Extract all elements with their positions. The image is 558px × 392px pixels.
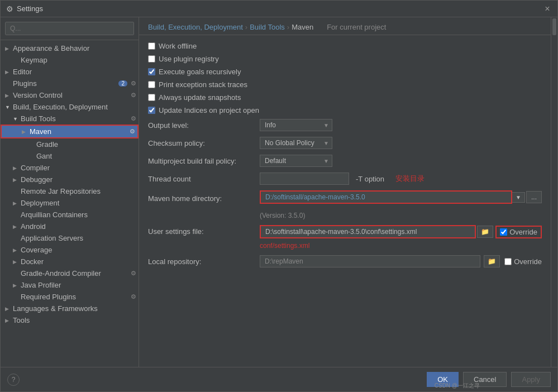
checkbox-print-exception: Print exception stack traces: [148, 80, 542, 89]
search-input[interactable]: [5, 22, 134, 35]
help-button[interactable]: ?: [7, 374, 20, 386]
gear-icon: ⚙: [131, 270, 136, 277]
settings-annotation-label: conf/settings.xml: [260, 242, 309, 250]
local-repo-browse-button[interactable]: 📁: [484, 255, 500, 267]
maven-home-input[interactable]: [260, 190, 512, 204]
checkbox-work-offline: Work offline: [148, 42, 542, 50]
update-indices-label[interactable]: Update Indices on project open: [159, 106, 259, 114]
sidebar-item-coverage[interactable]: ▶ Coverage: [1, 244, 139, 256]
close-button[interactable]: ×: [543, 4, 552, 13]
checksum-policy-row: Checksum policy: No Global Policy Fail W…: [148, 137, 542, 149]
local-repo-override-label[interactable]: Override: [514, 257, 542, 266]
arrow-icon: ▼: [13, 116, 21, 122]
sidebar-item-label: Coverage: [21, 246, 139, 254]
breadcrumb-part-2[interactable]: Build Tools: [250, 23, 285, 31]
sidebar-item-app-servers[interactable]: Application Servers: [1, 232, 139, 244]
gear-icon: ⚙: [131, 92, 136, 99]
sidebar-item-gradle-android[interactable]: Gradle-Android Compiler ⚙: [1, 267, 139, 279]
sidebar-item-label: Tools: [13, 316, 139, 324]
sidebar-item-deployment[interactable]: ▶ Deployment: [1, 197, 139, 209]
sidebar-item-android[interactable]: ▶ Android: [1, 221, 139, 232]
sidebar-item-java-profiler[interactable]: ▶ Java Profiler: [1, 279, 139, 291]
execute-goals-label[interactable]: Execute goals recursively: [159, 68, 241, 76]
user-settings-control: 📁 Override conf/settings.xml: [260, 225, 542, 250]
thread-count-row: Thread count -T option 安装目录: [148, 173, 542, 185]
user-settings-row: User settings file: 📁 Override conf/sett…: [148, 225, 542, 250]
sidebar: ▶ Appearance & Behavior Keymap ▶ Editor …: [1, 17, 139, 367]
user-settings-input[interactable]: [260, 225, 476, 238]
breadcrumb-part-1[interactable]: Build, Execution, Deployment: [148, 23, 243, 31]
checksum-policy-select[interactable]: No Global Policy Fail Warn Ignore: [260, 137, 332, 149]
use-plugin-checkbox[interactable]: [148, 55, 155, 63]
sidebar-item-required-plugins[interactable]: Required Plugins ⚙: [1, 291, 139, 303]
checkbox-always-update: Always update snapshots: [148, 93, 542, 102]
gear-icon: ⚙: [131, 115, 136, 122]
arrow-icon: ▶: [13, 259, 21, 265]
print-exception-checkbox[interactable]: [148, 81, 155, 88]
for-current-project: For current project: [327, 23, 386, 31]
local-repo-override-checkbox[interactable]: [504, 258, 512, 265]
local-repo-label: Local repository:: [148, 257, 260, 266]
local-repo-control: 📁 Override: [260, 255, 542, 267]
sidebar-item-label: Remote Jar Repositories: [21, 187, 139, 195]
user-settings-override-checkbox[interactable]: [500, 228, 507, 236]
sidebar-item-appearance[interactable]: ▶ Appearance & Behavior: [1, 42, 139, 54]
sidebar-item-languages[interactable]: ▶ Languages & Frameworks: [1, 303, 139, 314]
arrow-icon: ▶: [13, 177, 21, 183]
always-update-label[interactable]: Always update snapshots: [159, 93, 241, 102]
output-level-label: Output level:: [148, 121, 260, 130]
use-plugin-label[interactable]: Use plugin registry: [159, 55, 219, 63]
sidebar-item-build-tools[interactable]: ▼ Build Tools ⚙: [1, 113, 139, 125]
multiproject-policy-select[interactable]: Default Fail At End Never: [260, 155, 332, 167]
arrow-icon: ▶: [5, 318, 13, 323]
sidebar-item-version-control[interactable]: ▶ Version Control ⚙: [1, 89, 139, 101]
sidebar-item-remote-jar[interactable]: Remote Jar Repositories: [1, 185, 139, 197]
local-repo-row: Local repository: 📁 Override: [148, 255, 542, 267]
ok-button[interactable]: OK: [427, 372, 459, 387]
sidebar-item-label: Arquillian Containers: [21, 211, 139, 219]
sidebar-item-keymap[interactable]: Keymap: [1, 54, 139, 66]
apply-button[interactable]: Apply: [511, 372, 551, 387]
sidebar-item-label: Version Control: [13, 91, 131, 99]
output-level-row: Output level: Info Debug Warning Error ▼: [148, 119, 542, 131]
sidebar-item-arquillian[interactable]: Arquillian Containers: [1, 209, 139, 221]
work-offline-checkbox[interactable]: [148, 42, 155, 50]
arrow-icon: ▶: [5, 69, 13, 75]
main-content: ▶ Appearance & Behavior Keymap ▶ Editor …: [1, 17, 557, 367]
execute-goals-checkbox[interactable]: [148, 68, 155, 75]
sidebar-item-plugins[interactable]: Plugins 2 ⚙: [1, 78, 139, 89]
t-option-label: -T option: [356, 175, 384, 183]
multiproject-policy-label: Multiproject build fail policy:: [148, 157, 260, 165]
sidebar-item-maven[interactable]: ▶ Maven ⚙: [1, 125, 139, 138]
update-indices-checkbox[interactable]: [148, 107, 155, 114]
sidebar-item-debugger[interactable]: ▶ Debugger: [1, 174, 139, 185]
maven-home-dropdown-button[interactable]: ▼: [512, 192, 525, 203]
sidebar-item-build-exec[interactable]: ▼ Build, Execution, Deployment: [1, 101, 139, 113]
maven-home-browse-button[interactable]: ...: [526, 191, 542, 203]
arrow-icon: ▶: [13, 224, 21, 230]
search-box: [1, 17, 139, 40]
always-update-checkbox[interactable]: [148, 94, 155, 101]
right-scrollbar[interactable]: [551, 17, 557, 367]
sidebar-item-editor[interactable]: ▶ Editor: [1, 66, 139, 78]
thread-count-input[interactable]: [260, 173, 349, 185]
sidebar-item-label: Android: [21, 222, 139, 231]
local-repo-input[interactable]: [260, 255, 480, 267]
arrow-icon: ▶: [13, 165, 21, 171]
sidebar-item-tools[interactable]: ▶ Tools: [1, 314, 139, 326]
sidebar-item-label: Appearance & Behavior: [13, 44, 139, 52]
work-offline-label[interactable]: Work offline: [159, 42, 197, 50]
arrow-icon: ▼: [5, 104, 13, 110]
sidebar-item-docker[interactable]: ▶ Docker: [1, 256, 139, 267]
sidebar-item-gant[interactable]: Gant: [1, 150, 139, 162]
user-settings-browse-button[interactable]: 📁: [477, 226, 493, 238]
output-level-select[interactable]: Info Debug Warning Error: [260, 119, 332, 131]
user-settings-override-label[interactable]: Override: [509, 228, 537, 236]
checksum-policy-control: No Global Policy Fail Warn Ignore ▼: [260, 137, 542, 149]
sidebar-item-compiler[interactable]: ▶ Compiler: [1, 162, 139, 174]
sidebar-item-gradle[interactable]: Gradle: [1, 138, 139, 150]
checksum-policy-label: Checksum policy:: [148, 139, 260, 147]
cancel-button[interactable]: Cancel: [463, 372, 507, 387]
print-exception-label[interactable]: Print exception stack traces: [159, 80, 247, 89]
arrow-icon: ▶: [13, 200, 21, 206]
